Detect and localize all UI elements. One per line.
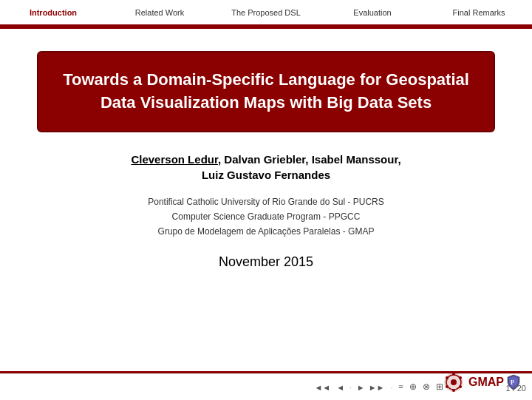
nav-icon-menu[interactable]: ≡ — [398, 382, 403, 393]
affiliation-3: Grupo de Modelagem de Aplicações Paralel… — [148, 224, 383, 239]
svg-point-2 — [451, 379, 457, 385]
author-line-1: Cleverson Ledur, Dalvan Griebler, Isabel… — [131, 153, 400, 166]
nav-separator-1: · — [349, 383, 352, 392]
author-line-2: Luiz Gustavo Fernandes — [131, 169, 400, 181]
nav-item-evaluation[interactable]: Evaluation — [319, 2, 426, 23]
svg-point-7 — [446, 385, 449, 388]
nav-item-related-work[interactable]: Related Work — [106, 2, 213, 23]
nav-icon-last[interactable]: ►► — [369, 383, 385, 392]
page-number: 1 / 20 — [505, 384, 526, 393]
gmap-label: GMAP — [468, 376, 504, 389]
bottom-bar: ◄◄ ◄ · ► ►► · ≡ ⊕ ⊗ ⊞ GMAP P — [0, 373, 532, 400]
nav-separator-2: · — [390, 383, 392, 392]
nav-icon-zoom[interactable]: ⊕ — [409, 382, 417, 393]
slide-date: November 2015 — [219, 254, 313, 270]
svg-point-5 — [459, 385, 462, 388]
nav-item-proposed-dsl[interactable]: The Proposed DSL — [213, 2, 319, 23]
presentation-nav-icons: ◄◄ ◄ · ► ►► · ≡ ⊕ ⊗ ⊞ — [314, 382, 443, 393]
svg-point-6 — [452, 389, 455, 392]
slide-title-box: Towards a Domain-Specific Language for G… — [37, 51, 495, 132]
navigation-bar: Introduction Related Work The Proposed D… — [0, 0, 532, 26]
svg-point-8 — [446, 376, 449, 379]
slide-content: Towards a Domain-Specific Language for G… — [0, 29, 532, 296]
nav-item-introduction[interactable]: Introduction — [0, 2, 106, 23]
svg-point-4 — [459, 376, 462, 379]
svg-point-3 — [452, 373, 455, 376]
nav-icon-search[interactable]: ⊗ — [423, 382, 430, 393]
gmap-icon — [442, 370, 466, 394]
affiliation-1: Pontifical Catholic University of Rio Gr… — [148, 194, 383, 209]
nav-item-final-remarks[interactable]: Final Remarks — [426, 2, 532, 23]
authors-section: Cleverson Ledur, Dalvan Griebler, Isabel… — [131, 153, 400, 181]
author-cleverson: Cleverson Ledur — [131, 153, 218, 166]
slide-title: Towards a Domain-Specific Language for G… — [61, 69, 471, 115]
nav-icon-first[interactable]: ◄◄ — [314, 383, 330, 392]
author-line1-rest: , Dalvan Griebler, Isabel Manssour, — [218, 153, 401, 166]
affiliation-2: Computer Science Graduate Program - PPGC… — [148, 209, 383, 224]
affiliations-section: Pontifical Catholic University of Rio Gr… — [148, 194, 383, 240]
nav-icon-next[interactable]: ► — [357, 383, 365, 392]
nav-icon-prev[interactable]: ◄ — [336, 383, 344, 392]
